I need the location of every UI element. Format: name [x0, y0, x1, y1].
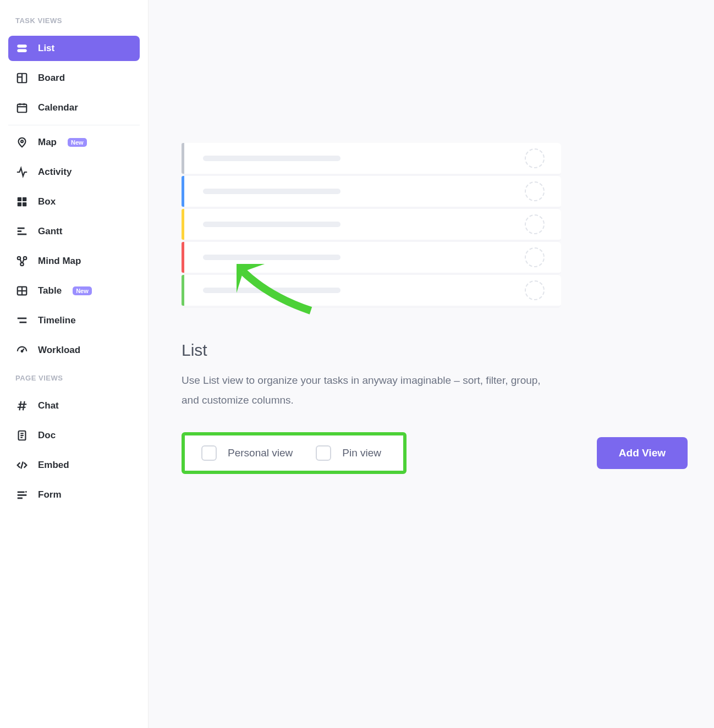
- skeleton-circle: [525, 280, 545, 300]
- sidebar-item-label: Calendar: [38, 102, 78, 113]
- svg-rect-12: [18, 202, 21, 206]
- personal-view-option[interactable]: Personal view: [201, 445, 293, 461]
- box-icon: [16, 196, 28, 208]
- svg-rect-14: [18, 228, 25, 229]
- checkbox-label: Personal view: [228, 447, 293, 459]
- sidebar-item-table[interactable]: Table New: [8, 278, 140, 304]
- sidebar-item-label: Chat: [38, 400, 59, 411]
- new-badge: New: [73, 286, 92, 295]
- svg-rect-11: [23, 197, 26, 201]
- sidebar-item-label: Activity: [38, 167, 72, 178]
- svg-point-9: [21, 140, 23, 142]
- task-views-list: List Board Calendar: [0, 36, 148, 120]
- sidebar-item-mind-map[interactable]: Mind Map: [8, 249, 140, 274]
- svg-rect-10: [18, 197, 21, 201]
- view-description: Use List view to organize your tasks in …: [182, 371, 545, 410]
- sidebar-item-box[interactable]: Box: [8, 189, 140, 214]
- svg-point-26: [21, 350, 23, 352]
- skeleton-bar: [203, 156, 340, 161]
- sidebar: TASK VIEWS List Board Calendar: [0, 0, 149, 728]
- sidebar-item-activity[interactable]: Activity: [8, 159, 140, 185]
- workload-icon: [16, 344, 28, 356]
- view-options-highlight: Personal view Pin view: [182, 432, 407, 474]
- sidebar-item-label: List: [38, 43, 54, 54]
- mind-map-icon: [16, 255, 28, 267]
- checkbox[interactable]: [316, 445, 331, 461]
- preview-row: [182, 143, 561, 176]
- svg-point-19: [20, 263, 24, 266]
- section-header-page-views: PAGE VIEWS: [0, 367, 148, 389]
- sidebar-item-workload[interactable]: Workload: [8, 338, 140, 363]
- sidebar-item-embed[interactable]: Embed: [8, 453, 140, 478]
- svg-rect-24: [19, 322, 26, 323]
- preview-row: [182, 275, 561, 308]
- pin-view-option[interactable]: Pin view: [316, 445, 381, 461]
- calendar-icon: [16, 102, 28, 114]
- divider: [8, 125, 140, 125]
- sidebar-item-list[interactable]: List: [8, 36, 140, 61]
- options-row: Personal view Pin view Add View: [182, 432, 688, 474]
- svg-rect-13: [23, 202, 26, 206]
- map-pin-icon: [16, 136, 28, 148]
- sidebar-item-chat[interactable]: Chat: [8, 393, 140, 418]
- sidebar-item-label: Embed: [38, 460, 69, 471]
- sidebar-item-board[interactable]: Board: [8, 65, 140, 91]
- board-icon: [16, 72, 28, 84]
- form-icon: [16, 489, 28, 501]
- embed-icon: [16, 459, 28, 471]
- list-preview: [182, 143, 561, 308]
- svg-rect-0: [18, 45, 27, 48]
- preview-row: [182, 209, 561, 242]
- sidebar-item-calendar[interactable]: Calendar: [8, 95, 140, 120]
- accent-bar: [182, 242, 184, 273]
- sidebar-item-label: Form: [38, 489, 62, 500]
- section-header-task-views: TASK VIEWS: [0, 10, 148, 31]
- task-views-list-2: Map New Activity Box Gantt: [0, 130, 148, 363]
- preview-row: [182, 176, 561, 209]
- svg-rect-23: [18, 318, 27, 319]
- sidebar-item-label: Board: [38, 73, 65, 84]
- skeleton-circle: [525, 214, 545, 234]
- svg-rect-16: [18, 234, 27, 235]
- svg-rect-37: [18, 494, 27, 496]
- sidebar-item-map[interactable]: Map New: [8, 130, 140, 155]
- main-panel: List Use List view to organize your task…: [149, 0, 714, 728]
- checkbox-label: Pin view: [342, 447, 381, 459]
- svg-rect-38: [18, 498, 23, 499]
- checkbox[interactable]: [201, 445, 217, 461]
- sidebar-item-timeline[interactable]: Timeline: [8, 308, 140, 333]
- skeleton-circle: [525, 247, 545, 267]
- sidebar-item-form[interactable]: Form: [8, 482, 140, 508]
- skeleton-bar: [203, 288, 340, 293]
- timeline-icon: [16, 315, 28, 327]
- new-badge: New: [68, 138, 87, 147]
- skeleton-circle: [525, 181, 545, 201]
- add-view-button[interactable]: Add View: [597, 437, 688, 469]
- skeleton-bar: [203, 255, 340, 260]
- page-views-list: Chat Doc Embed Form: [0, 393, 148, 508]
- sidebar-item-gantt[interactable]: Gantt: [8, 219, 140, 244]
- sidebar-item-label: Map: [38, 137, 57, 148]
- list-icon: [16, 42, 28, 54]
- sidebar-item-label: Table: [38, 285, 62, 296]
- skeleton-bar: [203, 222, 340, 227]
- svg-line-29: [19, 401, 21, 411]
- activity-icon: [16, 166, 28, 178]
- skeleton-circle: [525, 148, 545, 168]
- svg-rect-1: [18, 49, 27, 52]
- doc-icon: [16, 429, 28, 442]
- svg-rect-5: [18, 104, 27, 113]
- sidebar-item-label: Timeline: [38, 315, 76, 326]
- sidebar-item-label: Box: [38, 196, 56, 207]
- sidebar-item-label: Gantt: [38, 226, 62, 237]
- table-icon: [16, 285, 28, 297]
- accent-bar: [182, 176, 184, 207]
- preview-row: [182, 242, 561, 275]
- sidebar-item-doc[interactable]: Doc: [8, 423, 140, 448]
- svg-line-35: [21, 462, 23, 469]
- gantt-icon: [16, 225, 28, 238]
- svg-rect-36: [18, 492, 25, 493]
- view-title: List: [182, 341, 688, 360]
- hash-icon: [16, 400, 28, 412]
- sidebar-item-label: Workload: [38, 345, 80, 356]
